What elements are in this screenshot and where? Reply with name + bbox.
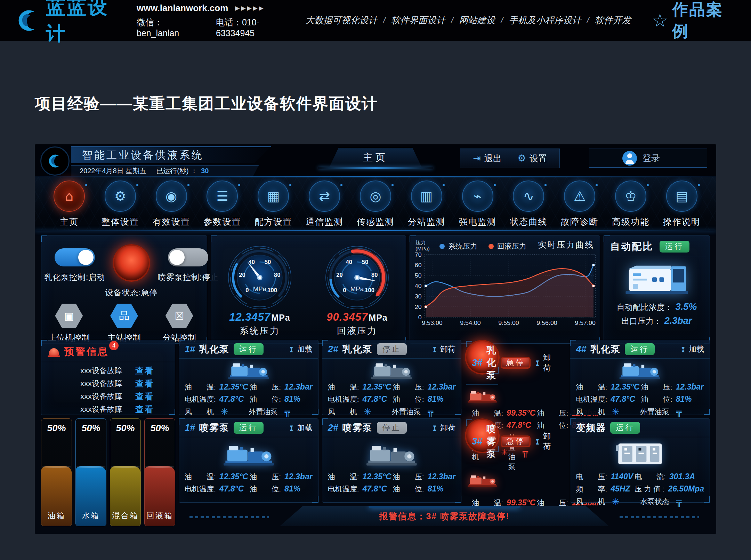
nav-item-advanced-functions[interactable]: ♔高级功能: [607, 181, 655, 227]
stat: 油 压:12.3bar: [393, 472, 455, 482]
card-header: 3#喷雾泵急停▼▲卸荷: [466, 420, 498, 463]
nav-item-valid-settings[interactable]: ◉有效设置: [147, 181, 195, 227]
warning-view-link[interactable]: 查看: [135, 404, 154, 415]
stat-label: 电 流:: [635, 472, 666, 482]
services-separator: /: [383, 15, 386, 26]
card-number: 4#: [576, 344, 586, 355]
service-menu-item[interactable]: 软件开发: [595, 14, 631, 26]
substation-control-button[interactable]: ☒: [165, 304, 193, 328]
stat-value: 26.50Mpa: [668, 484, 704, 494]
svg-text:50: 50: [415, 272, 422, 279]
svg-text:MPa: MPa: [350, 285, 364, 293]
card-header: 2#乳化泵停止▼▲卸荷: [322, 340, 461, 359]
warning-view-link[interactable]: 查看: [135, 391, 154, 402]
spray-pump-toggle[interactable]: [168, 248, 208, 266]
portfolio-link[interactable]: ☆ 作品案例: [652, 0, 736, 42]
chart-title: 实时压力曲线: [538, 239, 594, 250]
site-logo[interactable]: 蓝蓝设计: [15, 0, 123, 47]
svg-text:9:54:00: 9:54:00: [460, 319, 481, 326]
master-control-button[interactable]: 品: [110, 304, 138, 328]
load-unload-button[interactable]: ▼▲加载: [289, 423, 313, 433]
stat-value: 45HZ: [611, 484, 630, 494]
nav-item-param-settings[interactable]: ☰参数设置: [198, 181, 246, 227]
tab-home[interactable]: 主页: [329, 148, 422, 167]
tank-混合箱: 50%混合箱: [110, 418, 141, 526]
exit-button[interactable]: ⇥ 退出: [473, 153, 502, 164]
glyph: ▥: [420, 189, 433, 204]
auto-ratio-row: 自动配比浓度：3.5%: [617, 302, 697, 313]
nav-item-sensor-monitor[interactable]: ◎传感监测: [352, 181, 399, 227]
load-unload-button[interactable]: ▼▲加载: [680, 344, 704, 354]
pump-icon: ╦: [676, 496, 682, 507]
load-unload-button[interactable]: ▼▲卸荷: [535, 352, 551, 373]
user-avatar-icon: [622, 151, 637, 166]
nav-item-power-monitor[interactable]: ⌁强电监测: [454, 181, 502, 227]
machine-image: [322, 359, 461, 381]
legend-label: 系统压力: [448, 241, 477, 251]
glyph: ⌁: [474, 189, 482, 204]
stat-value: 47.8°C: [219, 394, 244, 404]
nav-item-label: 操作说明: [663, 216, 701, 227]
host-control-button[interactable]: ▣: [55, 304, 83, 328]
auto-ratio-title: 自动配比: [610, 240, 653, 253]
service-menu-item[interactable]: 大数据可视化设计: [305, 14, 378, 26]
load-unload-button[interactable]: ▼▲加载: [289, 344, 313, 354]
action-label: 卸荷: [543, 352, 551, 373]
tank-label: 水箱: [76, 510, 106, 521]
services-menu: 大数据可视化设计/软件界面设计/网站建设/手机及小程序设计/软件开发: [305, 14, 631, 26]
auto-ratio-machine-image: [604, 259, 710, 298]
nav-item-substation-monitor[interactable]: ▥分站监测: [403, 181, 451, 227]
hex-cell-host: ▣上位机控制: [48, 304, 90, 343]
gauge-return-pressure: 020405080100 MPa 90.3457MPa回液压力: [323, 243, 391, 337]
stat-value: 81%: [428, 484, 444, 494]
load-unload-button[interactable]: ▼▲卸荷: [432, 423, 455, 433]
nav-item-manual[interactable]: ▤操作说明: [658, 181, 706, 227]
warning-view-link[interactable]: 查看: [135, 378, 154, 389]
stat-value: 12.3bar: [428, 472, 456, 481]
service-menu-item[interactable]: 网站建设: [459, 14, 495, 26]
load-unload-button[interactable]: ▼▲卸荷: [535, 431, 551, 452]
stat: 电机温度:47.8°C: [185, 394, 248, 404]
footer-label: 外置油泵: [640, 407, 669, 417]
tank-label: 回液箱: [145, 510, 175, 521]
warning-icon: ⚠: [564, 181, 595, 212]
screen-icon: ▥: [411, 181, 442, 212]
stat-label: 油 温:: [472, 408, 503, 418]
glyph: ⌂: [65, 189, 73, 204]
stat-label: 电机温度:: [328, 394, 359, 404]
stat-value: 47.8°C: [362, 484, 387, 494]
settings-button[interactable]: ⚙ 设置: [518, 153, 547, 164]
emulsion-pump-toggle[interactable]: [55, 248, 95, 266]
hourglass-icon: ▼▲: [432, 347, 437, 352]
nav-item-comm-monitor[interactable]: ⇄通信监测: [300, 181, 348, 227]
header-actions: ⇥ 退出 ⚙ 设置: [460, 149, 560, 168]
service-menu-item[interactable]: 软件界面设计: [391, 14, 445, 26]
nav-item-overall-settings[interactable]: ⚙整体设置: [96, 181, 144, 227]
card-title: 乳化泵: [342, 343, 373, 355]
nav-item-home[interactable]: ⌂主页: [45, 181, 93, 227]
phone-label: 电话：010-63334945: [216, 17, 293, 38]
nav-item-status-curve[interactable]: ∿状态曲线: [504, 181, 552, 227]
pressure-line-chart: 02030405060709:53:009:54:009:55:009:56:0…: [410, 252, 600, 328]
nav-item-label: 参数设置: [203, 216, 241, 227]
decor-dashes: [189, 516, 269, 518]
pressure-chart-panel: 压力 (MPa) 系统压力回液压力 实时压力曲线 02030405060709:…: [410, 235, 600, 344]
stat: 油 温:12.35°C: [185, 382, 248, 392]
nav-item-fault-diagnosis[interactable]: ⚠故障诊断: [556, 181, 604, 227]
load-unload-button[interactable]: ▼▲卸荷: [432, 344, 455, 354]
warning-row: xxx设备故障查看: [41, 390, 175, 403]
tab-underline: [318, 167, 433, 169]
svg-text:70: 70: [415, 252, 422, 258]
warning-view-link[interactable]: 查看: [135, 365, 154, 376]
nav-item-recipe-settings[interactable]: ▦配方设置: [249, 181, 297, 227]
svg-text:40: 40: [415, 282, 422, 289]
card-title: 喷雾泵: [486, 423, 496, 460]
alarm-siren-icon: [49, 348, 59, 355]
target-icon: ◉: [156, 181, 187, 212]
service-menu-item[interactable]: 手机及小程序设计: [509, 14, 581, 26]
emergency-stop-button[interactable]: [113, 244, 150, 282]
login-button[interactable]: 登录: [589, 149, 707, 168]
star-icon: ☆: [652, 11, 668, 30]
card-stats: 油 温:12.35°C油 压:12.3bar电机温度:47.8°C油 位:81%: [570, 381, 710, 406]
hex-cell-master: 品主站控制: [107, 304, 141, 343]
